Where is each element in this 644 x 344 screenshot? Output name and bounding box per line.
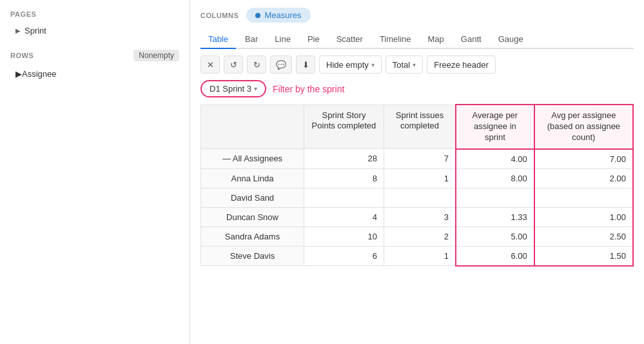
row-name-steve-davis: Steve Davis	[201, 246, 304, 266]
rows-section: Rows Nonempty ▶ Assignee	[0, 50, 190, 83]
row-col2-all-assignees: 7	[384, 149, 456, 169]
row-col1-sandra-adams: 10	[304, 227, 384, 246]
table-row: Anna Linda 8 1 8.00 2.00	[201, 168, 634, 188]
tab-table[interactable]: Table	[200, 30, 236, 49]
tab-gauge[interactable]: Gauge	[491, 30, 531, 49]
row-col1-steve-davis: 6	[304, 246, 384, 266]
sidebar-item-sprint[interactable]: ▶ Sprint	[5, 22, 184, 39]
toolbar: ✕ ↺ ↻ 💬 ⬇ Hide empty ▾ Total ▾ Freeze he…	[200, 56, 634, 74]
row-col2-anna-linda: 1	[384, 168, 456, 188]
tab-gantt[interactable]: Gantt	[453, 30, 489, 49]
row-col1-duncan-snow: 4	[304, 207, 384, 227]
row-col3-steve-davis: 6.00	[456, 246, 534, 266]
pages-label: Pages	[0, 10, 190, 22]
columns-header: Columns Measures	[200, 8, 634, 23]
tab-timeline[interactable]: Timeline	[372, 30, 419, 49]
export-button[interactable]: ⬇	[296, 56, 315, 74]
chart-tabs: Table Bar Line Pie Scatter Timeline Map …	[200, 30, 634, 49]
measures-pill[interactable]: Measures	[246, 8, 310, 23]
chevron-right-icon-assignee: ▶	[15, 69, 22, 79]
row-col4-anna-linda: 2.00	[534, 168, 633, 188]
row-col4-all-assignees: 7.00	[534, 149, 633, 169]
row-name-all-assignees: — All Assignees	[201, 149, 304, 169]
table-header-sprint-story-points: Sprint Story Points completed	[304, 105, 384, 149]
table-row: Steve Davis 6 1 6.00 1.50	[201, 246, 634, 266]
row-name-duncan-snow: Duncan Snow	[201, 207, 304, 227]
table-header-avg-per-assignee-count: Avg per assignee (based on assignee coun…	[534, 105, 633, 149]
row-name-anna-linda: Anna Linda	[201, 168, 304, 188]
sidebar: Pages ▶ Sprint Rows Nonempty ▶ Assignee	[0, 0, 190, 344]
data-table-wrapper: Sprint Story Points completed Sprint iss…	[200, 104, 634, 336]
measures-dot	[255, 13, 260, 18]
table-header-empty	[201, 105, 304, 149]
tab-line[interactable]: Line	[267, 30, 298, 49]
measures-label: Measures	[264, 10, 301, 20]
undo-button[interactable]: ↺	[224, 56, 243, 74]
sprint-filter-chevron: ▾	[254, 85, 257, 92]
redo-button[interactable]: ↻	[247, 56, 266, 74]
total-label: Total	[393, 60, 410, 70]
filter-by-sprint-label: Filter by the sprint	[273, 84, 344, 94]
row-col1-anna-linda: 8	[304, 168, 384, 188]
row-col2-sandra-adams: 2	[384, 227, 456, 246]
table-header-avg-per-assignee: Average per assignee in sprint	[456, 105, 534, 149]
freeze-header-button[interactable]: Freeze header	[427, 56, 496, 74]
row-col2-duncan-snow: 3	[384, 207, 456, 227]
row-col2-david-sand	[384, 188, 456, 207]
main-content: Columns Measures Table Bar Line Pie Scat…	[190, 0, 644, 344]
row-col3-anna-linda: 8.00	[456, 168, 534, 188]
total-dropdown[interactable]: Total ▾	[385, 56, 423, 74]
row-name-david-sand: David Sand	[201, 188, 304, 207]
row-col4-sandra-adams: 2.50	[534, 227, 633, 246]
columns-label: Columns	[200, 12, 239, 19]
row-col2-steve-davis: 1	[384, 246, 456, 266]
sprint-filter-button[interactable]: D1 Sprint 3 ▾	[200, 80, 266, 97]
table-header-sprint-issues: Sprint issues completed	[384, 105, 456, 149]
data-table: Sprint Story Points completed Sprint iss…	[200, 104, 634, 267]
row-col3-all-assignees: 4.00	[456, 149, 534, 169]
hide-empty-dropdown[interactable]: Hide empty ▾	[319, 56, 382, 74]
assignee-item-label: Assignee	[22, 69, 56, 79]
close-button[interactable]: ✕	[200, 56, 220, 74]
row-col3-sandra-adams: 5.00	[456, 227, 534, 246]
sidebar-item-assignee[interactable]: ▶ Assignee	[5, 65, 184, 83]
hide-empty-label: Hide empty	[326, 60, 369, 70]
chevron-down-icon-total: ▾	[413, 61, 416, 68]
row-col4-duncan-snow: 1.00	[534, 207, 633, 227]
nonempty-badge[interactable]: Nonempty	[133, 50, 179, 61]
tab-pie[interactable]: Pie	[300, 30, 327, 49]
filter-bar: D1 Sprint 3 ▾ Filter by the sprint	[200, 80, 634, 97]
table-row: Duncan Snow 4 3 1.33 1.00	[201, 207, 634, 227]
rows-header: Rows Nonempty	[0, 50, 190, 65]
row-col1-david-sand	[304, 188, 384, 207]
row-col3-david-sand	[456, 188, 534, 207]
row-col4-steve-davis: 1.50	[534, 246, 633, 266]
table-row: Sandra Adams 10 2 5.00 2.50	[201, 227, 634, 246]
chevron-down-icon: ▾	[371, 61, 375, 68]
row-name-sandra-adams: Sandra Adams	[201, 227, 304, 246]
row-col1-all-assignees: 28	[304, 149, 384, 169]
row-col4-david-sand	[534, 188, 633, 207]
sprint-item-label: Sprint	[24, 26, 46, 35]
rows-label: Rows	[10, 52, 34, 59]
sprint-filter-label: D1 Sprint 3	[210, 84, 251, 94]
freeze-header-label: Freeze header	[434, 60, 489, 70]
tab-map[interactable]: Map	[420, 30, 452, 49]
chevron-right-icon: ▶	[15, 27, 21, 34]
tab-bar[interactable]: Bar	[237, 30, 266, 49]
row-col3-duncan-snow: 1.33	[456, 207, 534, 227]
comment-button[interactable]: 💬	[270, 56, 292, 74]
table-row: David Sand	[201, 188, 634, 207]
tab-scatter[interactable]: Scatter	[329, 30, 371, 49]
table-row: — All Assignees 28 7 4.00 7.00	[201, 149, 634, 169]
